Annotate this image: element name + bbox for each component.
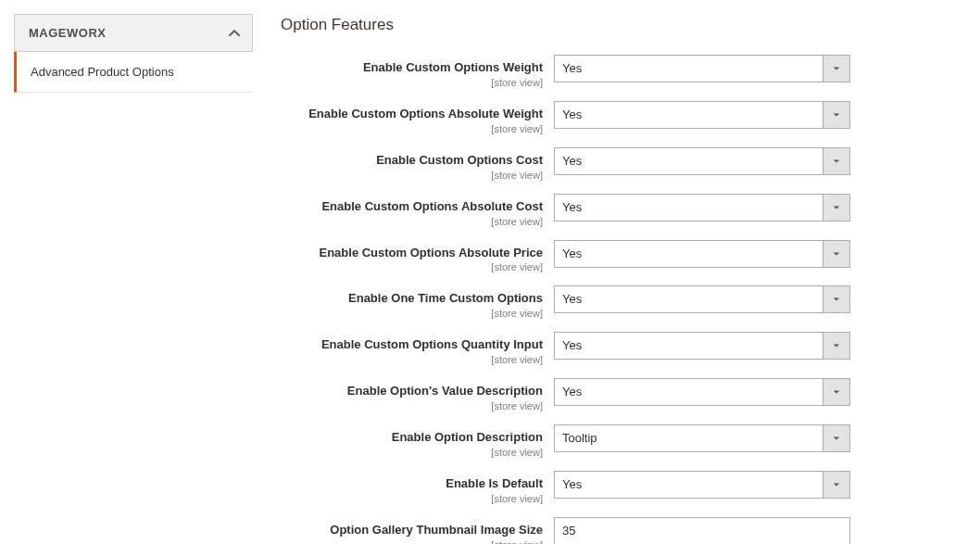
field-scope: [store view] <box>281 308 543 319</box>
field-scope: [store view] <box>281 447 543 458</box>
field-control: Yes <box>554 147 850 175</box>
select-value: Yes <box>554 285 850 313</box>
caret-down-icon <box>823 378 850 406</box>
select-value: Yes <box>554 101 850 129</box>
field-row: Option Gallery Thumbnail Image Size[stor… <box>281 517 878 544</box>
caret-down-icon <box>823 147 850 175</box>
sidebar-item-advanced-product-options[interactable]: Advanced Product Options <box>14 52 253 93</box>
select-input[interactable]: Yes <box>554 332 850 360</box>
field-label: Enable Custom Options Absolute Weight <box>281 107 543 122</box>
select-value: Tooltip <box>554 424 850 452</box>
field-label: Enable Custom Options Absolute Cost <box>281 199 543 215</box>
select-input[interactable]: Yes <box>554 101 850 129</box>
field-scope: [store view] <box>281 493 543 504</box>
select-input[interactable]: Tooltip <box>554 424 850 452</box>
caret-down-icon <box>823 240 850 268</box>
select-input[interactable]: Yes <box>554 378 850 406</box>
field-label: Enable Custom Options Absolute Price <box>281 246 543 261</box>
sidebar-tab-mageworx[interactable]: MAGEWORX <box>14 14 253 52</box>
caret-down-icon <box>823 194 850 221</box>
field-row: Enable Custom Options Quantity Input[sto… <box>281 332 878 365</box>
field-control: Tooltip <box>554 424 850 452</box>
select-value: Yes <box>554 378 850 406</box>
field-label-wrap: Enable Is Default[store view] <box>281 471 554 504</box>
field-control: Yes <box>554 332 850 360</box>
field-control: Yes <box>554 240 850 268</box>
select-value: Yes <box>554 332 850 360</box>
caret-down-icon <box>823 101 850 129</box>
chevron-up-icon <box>228 27 241 40</box>
caret-down-icon <box>823 471 850 499</box>
select-input[interactable]: Yes <box>554 471 850 499</box>
field-label-wrap: Enable Custom Options Quantity Input[sto… <box>281 332 554 365</box>
field-label-wrap: Enable Custom Options Absolute Cost[stor… <box>281 194 554 227</box>
select-input[interactable]: Yes <box>554 147 850 175</box>
fields-container: Enable Custom Options Weight[store view]… <box>281 55 878 544</box>
select-value: Yes <box>554 471 850 499</box>
select-input[interactable]: Yes <box>554 285 850 313</box>
config-sidebar: MAGEWORX Advanced Product Options <box>14 14 253 93</box>
field-control <box>554 517 850 544</box>
field-row: Enable Custom Options Absolute Weight[st… <box>281 101 878 134</box>
field-label-wrap: Enable Option's Value Description[store … <box>281 378 554 411</box>
field-scope: [store view] <box>281 77 543 88</box>
field-label: Enable Custom Options Quantity Input <box>281 337 543 353</box>
field-scope: [store view] <box>281 216 543 227</box>
field-control: Yes <box>554 55 850 82</box>
field-label-wrap: Enable One Time Custom Options[store vie… <box>281 285 554 319</box>
field-control: Yes <box>554 471 850 499</box>
sidebar-tab-label: MAGEWORX <box>29 26 106 40</box>
field-row: Enable Is Default[store view]Yes <box>281 471 878 504</box>
field-label-wrap: Enable Custom Options Absolute Weight[st… <box>281 101 554 134</box>
select-value: Yes <box>554 55 850 82</box>
field-label: Enable Option's Value Description <box>281 384 543 399</box>
field-label: Option Gallery Thumbnail Image Size <box>281 523 543 538</box>
page-title: Option Features <box>281 16 878 34</box>
field-label-wrap: Enable Option Description[store view] <box>281 424 554 458</box>
select-input[interactable]: Yes <box>554 55 850 82</box>
field-label: Enable Option Description <box>281 430 543 446</box>
select-input[interactable]: Yes <box>554 240 850 268</box>
field-control: Yes <box>554 101 850 129</box>
field-scope: [store view] <box>281 170 543 181</box>
field-control: Yes <box>554 194 850 221</box>
field-label-wrap: Enable Custom Options Absolute Price[sto… <box>281 240 554 273</box>
field-label: Enable Is Default <box>281 476 543 492</box>
field-label: Enable One Time Custom Options <box>281 291 543 307</box>
field-control: Yes <box>554 378 850 406</box>
field-scope: [store view] <box>281 123 543 134</box>
field-scope: [store view] <box>281 400 543 411</box>
field-scope: [store view] <box>281 354 543 365</box>
field-row: Enable Custom Options Absolute Price[sto… <box>281 240 878 273</box>
select-input[interactable]: Yes <box>554 194 850 221</box>
select-value: Yes <box>554 240 850 268</box>
field-row: Enable Option's Value Description[store … <box>281 378 878 411</box>
field-row: Enable Option Description[store view]Too… <box>281 424 878 458</box>
field-label: Enable Custom Options Weight <box>281 60 543 76</box>
field-control: Yes <box>554 285 850 313</box>
caret-down-icon <box>823 332 850 360</box>
field-label-wrap: Enable Custom Options Cost[store view] <box>281 147 554 181</box>
field-row: Enable Custom Options Cost[store view]Ye… <box>281 147 878 181</box>
main-panel: Option Features Enable Custom Options We… <box>281 14 980 544</box>
field-row: Enable Custom Options Absolute Cost[stor… <box>281 194 878 227</box>
text-input[interactable] <box>554 517 850 544</box>
field-label: Enable Custom Options Cost <box>281 153 543 169</box>
caret-down-icon <box>823 424 850 452</box>
select-value: Yes <box>554 147 850 175</box>
field-row: Enable Custom Options Weight[store view]… <box>281 55 878 88</box>
caret-down-icon <box>823 285 850 313</box>
sidebar-item-label: Advanced Product Options <box>31 65 174 79</box>
field-scope: [store view] <box>281 261 543 272</box>
select-value: Yes <box>554 194 850 221</box>
caret-down-icon <box>823 55 850 82</box>
field-label-wrap: Option Gallery Thumbnail Image Size[stor… <box>281 517 554 544</box>
field-row: Enable One Time Custom Options[store vie… <box>281 285 878 319</box>
field-scope: [store view] <box>281 539 543 544</box>
field-label-wrap: Enable Custom Options Weight[store view] <box>281 55 554 88</box>
